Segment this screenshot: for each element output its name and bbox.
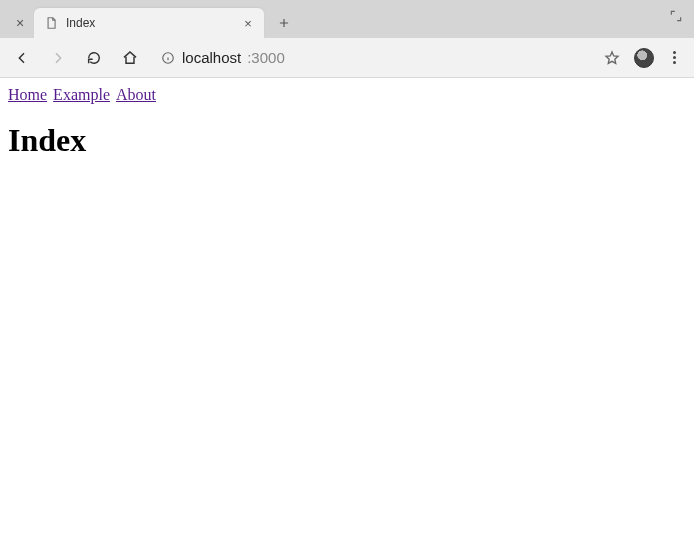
browser-tab[interactable]: Index × bbox=[34, 8, 264, 38]
close-icon[interactable]: × bbox=[6, 8, 34, 38]
url-port: :3000 bbox=[247, 49, 285, 66]
forward-button[interactable] bbox=[44, 44, 72, 72]
tab-strip: × Index × bbox=[0, 0, 694, 38]
browser-toolbar: localhost:3000 bbox=[0, 38, 694, 78]
reload-button[interactable] bbox=[80, 44, 108, 72]
page-content: Home Example About Index bbox=[0, 78, 694, 167]
home-button[interactable] bbox=[116, 44, 144, 72]
fullscreen-icon[interactable] bbox=[666, 6, 686, 26]
nav-link-example[interactable]: Example bbox=[53, 86, 110, 104]
profile-avatar[interactable] bbox=[634, 48, 654, 68]
star-icon[interactable] bbox=[600, 46, 624, 70]
new-tab-button[interactable] bbox=[270, 9, 298, 37]
page-heading: Index bbox=[8, 122, 686, 159]
url-host: localhost bbox=[182, 49, 241, 66]
menu-icon[interactable] bbox=[664, 48, 684, 68]
page-icon bbox=[44, 16, 58, 30]
page-nav: Home Example About bbox=[8, 86, 686, 104]
nav-link-about[interactable]: About bbox=[116, 86, 156, 104]
site-info-icon[interactable] bbox=[160, 50, 176, 66]
back-button[interactable] bbox=[8, 44, 36, 72]
tab-close-icon[interactable]: × bbox=[240, 15, 256, 31]
nav-link-home[interactable]: Home bbox=[8, 86, 47, 104]
tab-title: Index bbox=[66, 16, 232, 30]
address-bar[interactable]: localhost:3000 bbox=[152, 44, 592, 72]
